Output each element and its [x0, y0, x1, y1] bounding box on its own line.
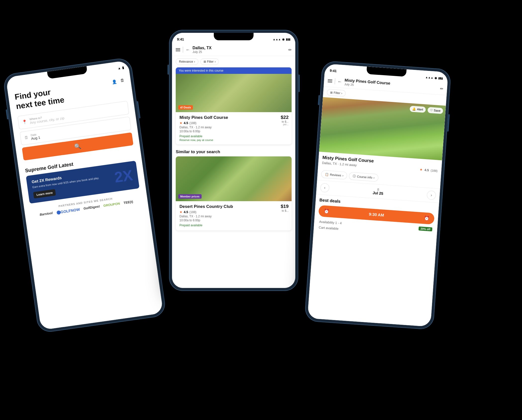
hamburger-menu-3[interactable] — [328, 79, 332, 83]
chevron-icon: › — [194, 60, 195, 63]
filter-button[interactable]: ⊞ Filter › — [200, 58, 219, 65]
course-location-1: Dallas, TX · 1.2 mi away — [179, 126, 288, 129]
filter-chevron-icon: › — [215, 60, 216, 63]
prepaid-label-2: Prepaid available — [179, 224, 288, 227]
course-hero-image: 🔔 Alert ♡ Save — [319, 97, 446, 160]
golf-course-photo-1 — [176, 67, 292, 112]
p2-location-date: July 25 — [193, 50, 286, 54]
rating-value-1: 4.5 — [184, 121, 188, 125]
interested-banner: You were interested in this course — [176, 67, 292, 74]
price-value-2: $19 — [281, 204, 289, 209]
date-display: Jul 25 — [373, 190, 384, 195]
price-block-2: $19 to $... — [281, 204, 289, 212]
course-image-2: 🏷 Deals Member prices — [176, 156, 292, 201]
tag-icon: 🏷 — [180, 106, 183, 109]
notch-center — [214, 33, 254, 40]
p3-rating-row: ★ 4.5 (188) — [420, 168, 438, 173]
cart-note: Cart available — [319, 226, 339, 231]
battery-icon-r: ▮▮▮ — [438, 76, 443, 80]
rating-row-2: ★ 4.5 (188) — [179, 210, 288, 214]
promo-content: Get 2X Rewards Earn extra from now until… — [31, 170, 101, 198]
availability-text: Availability 1 - 4 — [319, 220, 342, 225]
price-block-1: $22 to $... per... — [281, 115, 289, 126]
clock-icon-2: ⏰ — [424, 215, 429, 221]
relevance-label: Relevance — [179, 60, 193, 63]
phone1-content: Find your next tee time 👤 🗓 📍 Where to? — [7, 71, 163, 330]
p1-title: Find your next tee time — [14, 86, 65, 111]
course-name-2: Desert Pines Country Club — [179, 204, 288, 209]
course-location-2: Dallas, TX · 1.2 mi away — [179, 215, 288, 218]
p1-title-block: Find your next tee time — [14, 86, 65, 111]
next-date-button[interactable]: › — [427, 190, 436, 200]
right-arrow-icon: › — [431, 193, 432, 197]
phone-left-screen: ▲ ▮ Find your next tee time 👤 🗓 — [6, 60, 163, 330]
status-icons-center: ▲▲▲ ◉ ▮▮▮ — [273, 38, 290, 41]
member-prices-badge: Member prices — [178, 194, 202, 199]
price-suffix-1: to $... — [281, 120, 289, 123]
course-card-2[interactable]: 🏷 Deals Member prices Desert Pines Count… — [176, 156, 292, 231]
heart-icon: ♡ — [430, 108, 433, 112]
back-arrow-icon[interactable]: ← — [186, 47, 190, 52]
course-card-1[interactable]: You were interested in this course 🏷 Dea… — [176, 67, 292, 144]
filter-label-3: Filter — [334, 91, 341, 95]
signal-icon-r: ▲▲▲ — [425, 76, 433, 79]
phone-center-screen: 9:41 ▲▲▲ ◉ ▮▮▮ ← Dallas, TX July 25 — [172, 33, 295, 288]
wifi-icon-r: ◉ — [435, 76, 437, 80]
back-arrow-icon-3[interactable]: ← — [337, 79, 342, 84]
reviews-count-2: (188) — [189, 210, 196, 214]
status-icons-left: ▲ ▮ — [117, 66, 124, 70]
tee-time-value: 9:30 AM — [369, 212, 384, 218]
learn-more-button[interactable]: Learn more — [33, 189, 56, 198]
left-arrow-icon: ‹ — [324, 186, 326, 190]
filter-label: Filter — [207, 60, 214, 63]
phone2-content: ← Dallas, TX July 25 ✏ Relevance › ⊞ Fil… — [172, 44, 295, 288]
phones-wrapper: ▲ ▮ Find your next tee time 👤 🗓 — [0, 0, 522, 420]
course-info-2: Desert Pines Country Club ★ 4.5 (188) Da… — [176, 201, 292, 231]
phone-right: 9:41 ▲▲▲ ◉ ▮▮▮ ← Misty Pines Golf Course — [304, 60, 451, 330]
reviews-chevron: › — [342, 174, 344, 177]
filter-chevron-3: › — [341, 92, 342, 95]
reviews-button[interactable]: 📋 Reviews › — [321, 170, 347, 180]
divider-3 — [335, 78, 335, 84]
course-image-1: You were interested in this course 🏷 Dea… — [176, 67, 292, 112]
hamburger-menu[interactable] — [176, 48, 180, 51]
deals-badge-1: 🏷 Deals — [178, 105, 193, 110]
signal-icon: ▲▲▲ — [273, 38, 281, 41]
wifi-icon: ▲ — [117, 66, 121, 70]
p2-topbar: ← Dallas, TX July 25 ✏ — [172, 44, 295, 56]
rating-row-1: ★ 4.5 (188) — [179, 121, 288, 125]
status-icons-right: ▲▲▲ ◉ ▮▮▮ — [425, 76, 443, 80]
reserve-label-1: Reserve now, pay at course — [179, 139, 288, 141]
battery-icon: ▮ — [122, 66, 124, 70]
save-button[interactable]: ♡ Save — [427, 107, 443, 114]
rating-value-2: 4.5 — [184, 210, 188, 214]
reviews-icon: 📋 — [325, 172, 329, 176]
p3-reviews-count: (188) — [431, 169, 438, 173]
p3-rating-value: 4.5 — [424, 168, 429, 172]
battery-icon-center: ▮▮▮ — [286, 38, 290, 41]
course-aerial-photo — [319, 97, 446, 160]
p2-location-block: Dallas, TX July 25 — [193, 46, 286, 54]
course-hours-1: 10:00a to 6:00p — [179, 130, 288, 133]
edit-icon[interactable]: ✏ — [288, 47, 292, 52]
reviews-count-1: (188) — [189, 121, 196, 125]
relevance-filter[interactable]: Relevance › — [176, 58, 198, 65]
user-icon[interactable]: 👤 — [112, 79, 117, 85]
price-note-1: per... — [281, 123, 289, 126]
clock-icon: ⏰ — [323, 208, 329, 214]
prev-date-button[interactable]: ‹ — [320, 183, 329, 192]
discount-badge: 20% off — [418, 227, 432, 232]
price-suffix-2: to $... — [281, 209, 289, 212]
info-icon: ⓘ — [353, 174, 356, 179]
edit-icon-3[interactable]: ✏ — [440, 86, 443, 91]
p2-location-name: Dallas, TX — [193, 46, 286, 50]
filter-button-3[interactable]: ⊞ Filter › — [327, 89, 346, 97]
alert-button[interactable]: 🔔 Alert — [410, 106, 426, 113]
phone-left: ▲ ▮ Find your next tee time 👤 🗓 — [2, 57, 167, 333]
phone-right-screen: 9:41 ▲▲▲ ◉ ▮▮▮ ← Misty Pines Golf Course — [307, 64, 448, 327]
prepaid-label-1: Prepaid available — [179, 135, 288, 138]
calendar-icon-header[interactable]: 🗓 — [120, 78, 125, 83]
course-info-1: Misty Pines Golf Course ★ 4.5 (188) Dall… — [176, 112, 292, 144]
p2-filters-row: Relevance › ⊞ Filter › — [172, 56, 295, 67]
location-pin-icon: 📍 — [22, 119, 27, 125]
